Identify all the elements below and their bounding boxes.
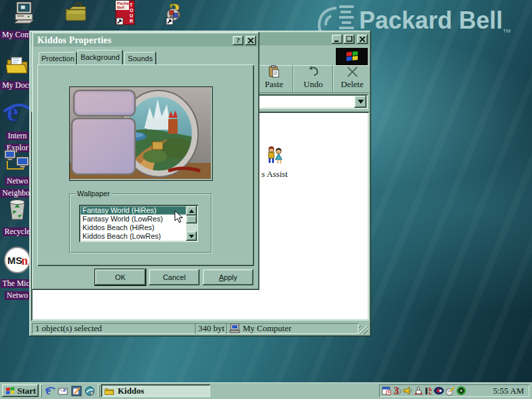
- minimize-icon: [334, 37, 340, 42]
- quicklaunch-show-desktop[interactable]: [70, 384, 83, 397]
- packard-bell-tm: TM: [503, 28, 511, 34]
- resize-grip[interactable]: [359, 326, 368, 334]
- wallpaper-group-label: Wallpaper: [75, 190, 112, 198]
- file-item-label: s Assist: [255, 169, 295, 180]
- wallpaper-list-item[interactable]: Fantasy World (LowRes): [80, 215, 186, 223]
- my-computer-small-icon: [229, 324, 240, 333]
- svg-text:O: O: [130, 8, 134, 13]
- svg-text:Bell: Bell: [117, 5, 124, 9]
- maximize-button[interactable]: [344, 35, 354, 44]
- listbox-scrollbar[interactable]: [186, 206, 197, 241]
- show-desktop-icon: [71, 386, 82, 396]
- start-label: Start: [17, 386, 36, 396]
- help-button[interactable]: ?: [233, 36, 243, 45]
- wallpaper-list-item[interactable]: Kiddos Beach (LowRes): [80, 232, 186, 241]
- packard-bell-tour-icon: Packard Bell T O U R: [113, 0, 137, 27]
- ok-button[interactable]: OK: [95, 269, 146, 285]
- mouse-cursor: [174, 210, 184, 223]
- delete-icon: [346, 65, 359, 78]
- kids-icon: [265, 145, 285, 166]
- minimize-button[interactable]: [332, 35, 342, 44]
- svg-text:e: e: [63, 386, 66, 393]
- open-folder-icon: [104, 386, 115, 396]
- status-zone: My Computer: [226, 323, 358, 334]
- start-windows-flag-icon: [5, 386, 15, 396]
- scroll-up-button[interactable]: [186, 206, 197, 215]
- maximize-icon: [346, 36, 352, 42]
- internet-explorer-icon: e: [45, 385, 56, 396]
- status-selected: 1 object(s) selected: [32, 323, 196, 334]
- taskbar-handle[interactable]: [40, 384, 42, 397]
- svg-text:e: e: [46, 385, 51, 396]
- scrollbar-thumb[interactable]: [186, 215, 197, 223]
- outlook-express-icon: e: [58, 386, 69, 396]
- windows-logo-throbber: [336, 48, 368, 65]
- paste-label: Paste: [265, 79, 283, 90]
- tray-scheduler-icon[interactable]: [382, 386, 392, 396]
- undo-icon: [306, 65, 321, 78]
- quicklaunch-internet-explorer[interactable]: e: [43, 384, 57, 397]
- chevron-down-icon: [358, 100, 364, 104]
- desktop-icon-label: Netwo: [5, 291, 30, 300]
- dialog-titlebar[interactable]: Kiddos Properties ?: [34, 34, 257, 47]
- delete-label: Delete: [341, 79, 364, 90]
- tab-protection[interactable]: Protection: [39, 52, 77, 65]
- wallpaper-list-item[interactable]: Fantasy World (HiRes): [80, 206, 186, 215]
- close-button[interactable]: [357, 35, 368, 44]
- wallpaper-preview: [69, 86, 213, 181]
- recycle-bin-icon: [5, 197, 29, 222]
- wallpaper-list-item[interactable]: Kiddos Beach (HiRes): [80, 223, 186, 232]
- dialog-title: Kiddos Properties: [34, 35, 112, 46]
- wallpaper-group: Wallpaper Fantasy World (HiRes) Fantasy …: [69, 194, 211, 253]
- cybertrio-icon: 3: [161, 0, 188, 27]
- tab-background[interactable]: Background: [77, 50, 123, 65]
- tray-audio-meter-icon[interactable]: [424, 386, 433, 396]
- system-tray: 3: [379, 384, 529, 397]
- svg-text:U: U: [130, 13, 133, 18]
- task-button-label: Kiddos: [118, 386, 144, 396]
- clock: 5:55 AM: [493, 386, 524, 396]
- svg-text:R: R: [130, 19, 133, 23]
- task-button-kiddos[interactable]: Kiddos: [101, 384, 210, 397]
- dialog-close-button[interactable]: [245, 36, 256, 45]
- tray-volume-icon[interactable]: [403, 386, 413, 396]
- svg-text:MS: MS: [7, 255, 23, 266]
- my-documents-icon: [5, 55, 30, 76]
- undo-button[interactable]: Undo: [293, 65, 333, 92]
- tab-sounds[interactable]: Sounds: [124, 52, 156, 65]
- tray-hand-monitor-icon[interactable]: [414, 386, 424, 396]
- close-icon: [248, 38, 253, 43]
- taskbar-handle[interactable]: [98, 384, 100, 397]
- my-computer-icon: [12, 1, 36, 25]
- taskbar: Start e e: [0, 382, 532, 399]
- internet-explorer-icon: e: [3, 98, 32, 126]
- view-channels-icon: [84, 386, 95, 396]
- svg-text:T: T: [130, 3, 133, 7]
- my-briefcase-icon: [63, 1, 88, 25]
- windows-flag-icon: [344, 51, 359, 63]
- network-neighborhood-icon: [3, 149, 31, 172]
- apply-button[interactable]: Apply: [203, 269, 253, 285]
- quicklaunch-view-channels[interactable]: [83, 384, 96, 397]
- desktop-icon-label: Intern: [6, 132, 29, 140]
- chevron-down-icon: [189, 235, 194, 238]
- scroll-down-button[interactable]: [186, 231, 197, 241]
- tray-scan-ring-icon[interactable]: [456, 386, 466, 396]
- cancel-button[interactable]: Cancel: [149, 269, 200, 285]
- chevron-up-icon: [189, 209, 194, 213]
- status-size: 340 byt: [195, 323, 227, 334]
- properties-dialog: Kiddos Properties ? Protection Backgroun…: [32, 32, 259, 290]
- undo-label: Undo: [304, 79, 323, 90]
- file-item-kiddos-assist[interactable]: s Assist: [255, 145, 295, 180]
- tray-cybertrio-icon[interactable]: 3: [392, 386, 402, 396]
- delete-button[interactable]: Delete: [332, 65, 371, 92]
- desktop: Packard Bell TM My Computer My Briefcase…: [0, 0, 532, 399]
- close-icon: [360, 37, 365, 42]
- status-bar: 1 object(s) selected 340 byt My Computer: [31, 321, 369, 336]
- tray-mouse-tools-icon[interactable]: [445, 386, 456, 396]
- start-button[interactable]: Start: [2, 384, 39, 397]
- quicklaunch-outlook-express[interactable]: e: [57, 384, 70, 397]
- address-dropdown-button[interactable]: [354, 96, 366, 108]
- tray-pc-doctor-icon[interactable]: [434, 386, 444, 396]
- paste-button[interactable]: Paste: [254, 65, 293, 92]
